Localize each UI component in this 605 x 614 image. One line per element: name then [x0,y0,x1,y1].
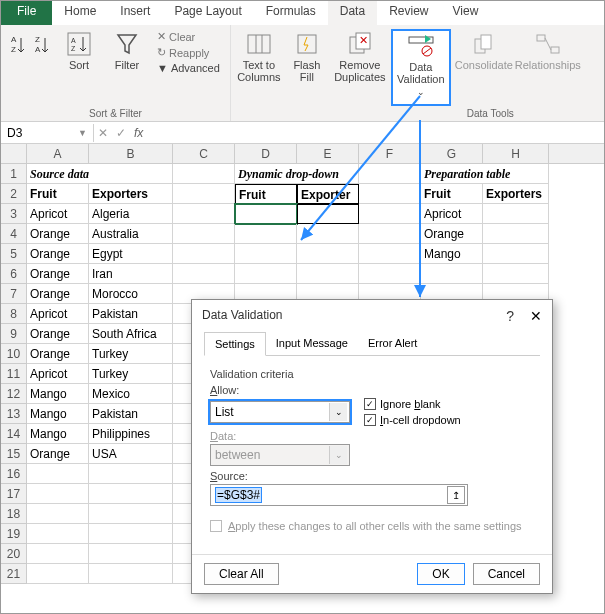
row-header[interactable]: 4 [1,224,27,244]
filter-button[interactable]: Filter [105,29,149,106]
cell-F6[interactable] [359,264,421,284]
relationships-button[interactable]: Relationships [517,29,579,106]
cell-G1[interactable]: Preparation table [421,164,483,184]
ok-button[interactable]: OK [417,563,464,585]
cell-H4[interactable] [483,224,549,244]
formulas-tab[interactable]: Formulas [254,1,328,25]
tab-settings[interactable]: Settings [204,332,266,356]
cell-B7[interactable]: Morocco [89,284,173,304]
cell-D3[interactable] [235,204,297,224]
tab-error-alert[interactable]: Error Alert [358,332,428,355]
col-header[interactable]: H [483,144,549,163]
data-validation-button[interactable]: Data Validation ⌄ [391,29,451,106]
cell-A8[interactable]: Apricot [27,304,89,324]
cell-C1[interactable] [173,164,235,184]
page-layout-tab[interactable]: Page Layout [162,1,253,25]
cell-A7[interactable]: Orange [27,284,89,304]
row-header[interactable]: 13 [1,404,27,424]
row-header[interactable]: 5 [1,244,27,264]
cancel-formula-icon[interactable]: ✕ [98,126,108,140]
col-header[interactable]: D [235,144,297,163]
home-tab[interactable]: Home [52,1,108,25]
cell-A9[interactable]: Orange [27,324,89,344]
sort-desc-button[interactable]: ZA [31,29,53,63]
row-header[interactable]: 16 [1,464,27,484]
cell-E3[interactable] [297,204,359,224]
row-header[interactable]: 20 [1,544,27,564]
close-button[interactable]: ✕ [530,308,542,324]
cell-B2[interactable]: Exporters [89,184,173,204]
cell-G5[interactable]: Mango [421,244,483,264]
row-header[interactable]: 12 [1,384,27,404]
help-button[interactable]: ? [506,308,514,324]
cell-D5[interactable] [235,244,297,264]
cell-A11[interactable]: Apricot [27,364,89,384]
cell-B16[interactable] [89,464,173,484]
cell-A19[interactable] [27,524,89,544]
cell-E6[interactable] [297,264,359,284]
reapply-button[interactable]: ↻Reapply [153,45,224,60]
cell-E1[interactable] [297,164,359,184]
row-header[interactable]: 18 [1,504,27,524]
cell-C3[interactable] [173,204,235,224]
cell-B14[interactable]: Philippines [89,424,173,444]
cell-G2[interactable]: Fruit [421,184,483,204]
cell-B20[interactable] [89,544,173,564]
cell-C4[interactable] [173,224,235,244]
cell-A2[interactable]: Fruit [27,184,89,204]
ignore-blank-checkbox[interactable]: ✓ Ignore blank [364,398,461,410]
cell-B8[interactable]: Pakistan [89,304,173,324]
cell-A13[interactable]: Mango [27,404,89,424]
cell-F3[interactable] [359,204,421,224]
cell-F4[interactable] [359,224,421,244]
cell-B9[interactable]: South Africa [89,324,173,344]
row-header[interactable]: 19 [1,524,27,544]
sort-asc-button[interactable]: AZ [7,29,29,63]
view-tab[interactable]: View [441,1,491,25]
row-header[interactable]: 6 [1,264,27,284]
cell-B6[interactable]: Iran [89,264,173,284]
cell-G6[interactable] [421,264,483,284]
cell-A4[interactable]: Orange [27,224,89,244]
cell-B19[interactable] [89,524,173,544]
cell-H1[interactable] [483,164,549,184]
cell-B10[interactable]: Turkey [89,344,173,364]
cell-A3[interactable]: Apricot [27,204,89,224]
text-to-columns-button[interactable]: Text to Columns [237,29,281,106]
cell-A6[interactable]: Orange [27,264,89,284]
cell-D6[interactable] [235,264,297,284]
cell-E5[interactable] [297,244,359,264]
cell-B4[interactable]: Australia [89,224,173,244]
in-cell-dropdown-checkbox[interactable]: ✓ In-cell dropdown [364,414,461,426]
cell-G4[interactable]: Orange [421,224,483,244]
clear-all-button[interactable]: Clear All [204,563,279,585]
cell-A15[interactable]: Orange [27,444,89,464]
enter-formula-icon[interactable]: ✓ [116,126,126,140]
cell-A14[interactable]: Mango [27,424,89,444]
cell-H2[interactable]: Exporters [483,184,549,204]
cell-B3[interactable]: Algeria [89,204,173,224]
cell-A10[interactable]: Orange [27,344,89,364]
fx-icon[interactable]: fx [134,126,143,140]
cell-E4[interactable] [297,224,359,244]
clear-button[interactable]: ✕Clear [153,29,224,44]
flash-fill-button[interactable]: Flash Fill [285,29,329,106]
cell-H5[interactable] [483,244,549,264]
row-header[interactable]: 21 [1,564,27,584]
row-header[interactable]: 7 [1,284,27,304]
cell-B11[interactable]: Turkey [89,364,173,384]
row-header[interactable]: 11 [1,364,27,384]
review-tab[interactable]: Review [377,1,440,25]
row-header[interactable]: 17 [1,484,27,504]
row-header[interactable]: 10 [1,344,27,364]
row-header[interactable]: 8 [1,304,27,324]
cell-A16[interactable] [27,464,89,484]
cell-F5[interactable] [359,244,421,264]
cell-C5[interactable] [173,244,235,264]
cell-B17[interactable] [89,484,173,504]
cell-F1[interactable] [359,164,421,184]
cell-D1[interactable]: Dynamic drop-down [235,164,297,184]
source-input[interactable]: =$G$3# ↥ [210,484,468,506]
cell-B18[interactable] [89,504,173,524]
cell-B15[interactable]: USA [89,444,173,464]
